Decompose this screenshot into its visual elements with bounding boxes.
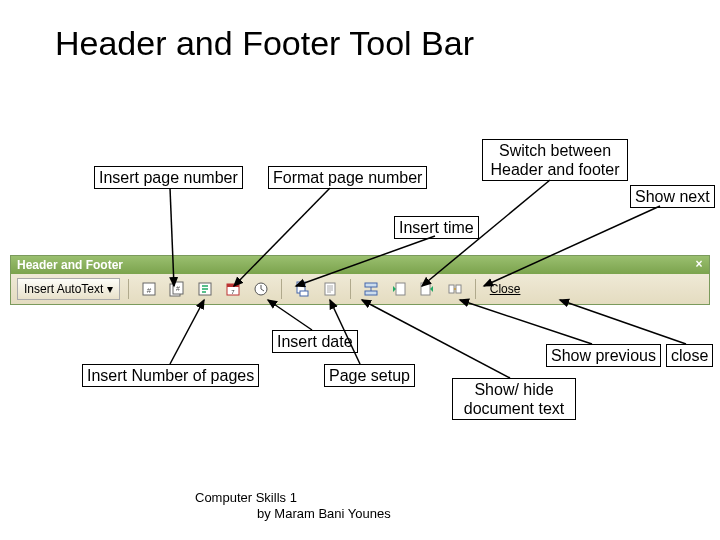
callout-close: close xyxy=(666,344,713,367)
callout-show-next: Show next xyxy=(630,185,715,208)
link-previous-icon xyxy=(447,281,463,297)
show-hide-doc-text-button[interactable] xyxy=(318,278,342,300)
format-page-number-button[interactable] xyxy=(193,278,217,300)
link-to-previous-button[interactable] xyxy=(443,278,467,300)
callout-show-previous: Show previous xyxy=(546,344,661,367)
separator xyxy=(350,279,351,299)
footer-line-1: Computer Skills 1 xyxy=(195,490,297,505)
toolbar-body: Insert AutoText ▾ # # 7 xyxy=(11,274,709,304)
separator xyxy=(281,279,282,299)
footer-line-2: by Maram Bani Younes xyxy=(257,506,391,521)
clock-icon xyxy=(253,281,269,297)
close-button[interactable]: Close xyxy=(484,278,527,300)
toolbar-title-text: Header and Footer xyxy=(17,258,123,272)
switch-header-footer-button[interactable] xyxy=(359,278,383,300)
svg-rect-16 xyxy=(421,283,430,295)
callout-insert-time: Insert time xyxy=(394,216,479,239)
callout-switch-header-footer: Switch between Header and footer xyxy=(482,139,628,181)
svg-rect-7 xyxy=(227,284,239,287)
svg-rect-13 xyxy=(365,283,377,287)
svg-rect-17 xyxy=(449,285,454,293)
page-setup-button[interactable] xyxy=(290,278,314,300)
separator xyxy=(128,279,129,299)
insert-number-of-pages-button[interactable]: # xyxy=(165,278,189,300)
pages-count-icon: # xyxy=(169,281,185,297)
next-icon xyxy=(419,281,435,297)
insert-date-button[interactable]: 7 xyxy=(221,278,245,300)
insert-page-number-button[interactable]: # xyxy=(137,278,161,300)
toolbar-titlebar: Header and Footer × xyxy=(11,256,709,274)
switch-hf-icon xyxy=(363,281,379,297)
previous-icon xyxy=(391,281,407,297)
header-footer-toolbar: Header and Footer × Insert AutoText ▾ # … xyxy=(10,255,710,305)
insert-time-button[interactable] xyxy=(249,278,273,300)
svg-line-29 xyxy=(170,300,204,364)
format-number-icon xyxy=(197,281,213,297)
callout-format-page-number: Format page number xyxy=(268,166,427,189)
close-label: Close xyxy=(490,282,521,296)
callout-insert-date: Insert date xyxy=(272,330,358,353)
svg-line-26 xyxy=(460,300,592,344)
svg-rect-11 xyxy=(300,291,308,296)
document-text-icon xyxy=(322,281,338,297)
show-next-button[interactable] xyxy=(415,278,439,300)
svg-text:#: # xyxy=(176,285,180,292)
svg-text:#: # xyxy=(147,286,152,295)
svg-rect-14 xyxy=(365,291,377,295)
svg-rect-15 xyxy=(396,283,405,295)
insert-autotext-button[interactable]: Insert AutoText ▾ xyxy=(17,278,120,300)
page-number-icon: # xyxy=(141,281,157,297)
svg-rect-12 xyxy=(325,283,335,295)
page-setup-icon xyxy=(294,281,310,297)
callout-show-hide-doc-text: Show/ hide document text xyxy=(452,378,576,420)
svg-rect-18 xyxy=(456,285,461,293)
show-previous-button[interactable] xyxy=(387,278,411,300)
slide-title: Header and Footer Tool Bar xyxy=(55,24,474,63)
calendar-icon: 7 xyxy=(225,281,241,297)
toolbar-close-x-icon[interactable]: × xyxy=(693,258,705,270)
svg-line-27 xyxy=(560,300,686,344)
callout-page-setup: Page setup xyxy=(324,364,415,387)
separator xyxy=(475,279,476,299)
callout-insert-page-number: Insert page number xyxy=(94,166,243,189)
callout-insert-number-of-pages: Insert Number of pages xyxy=(82,364,259,387)
insert-autotext-label: Insert AutoText ▾ xyxy=(24,282,113,296)
